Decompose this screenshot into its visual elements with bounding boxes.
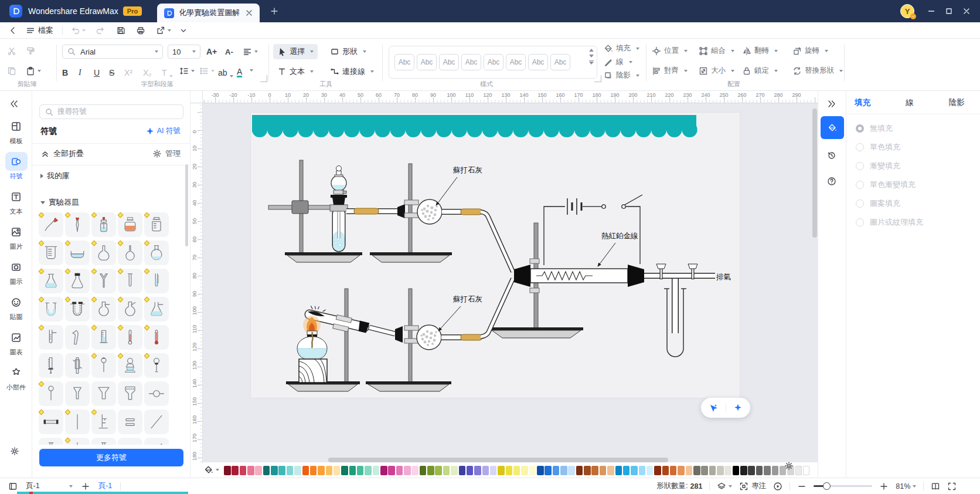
color-swatch[interactable] bbox=[420, 466, 427, 475]
symbol-dropper-rod[interactable] bbox=[91, 353, 116, 378]
symbol-pipette-bulb[interactable] bbox=[144, 353, 169, 378]
symbol-eyedropper-vertical[interactable] bbox=[65, 212, 90, 237]
color-swatch[interactable] bbox=[373, 466, 380, 475]
soda-lime-bulb-1[interactable] bbox=[417, 199, 442, 224]
color-swatch[interactable] bbox=[411, 466, 418, 475]
color-swatch[interactable] bbox=[795, 466, 802, 475]
symbol-volumetric-flask[interactable] bbox=[91, 241, 116, 265]
size-button[interactable]: 大小 bbox=[699, 66, 734, 76]
symbol-buchner-funnel[interactable] bbox=[118, 381, 142, 406]
symbol-flask-side-arm[interactable] bbox=[91, 297, 116, 322]
gallery-down-button[interactable] bbox=[589, 55, 594, 57]
color-swatch[interactable] bbox=[670, 466, 677, 475]
color-swatch[interactable] bbox=[310, 466, 317, 475]
color-swatch[interactable] bbox=[435, 466, 442, 475]
fill-option-圖片或紋理填充[interactable]: 圖片或紋理填充 bbox=[856, 217, 923, 228]
color-swatch[interactable] bbox=[560, 466, 567, 475]
save-button[interactable] bbox=[116, 24, 125, 37]
fill-panel-button[interactable] bbox=[821, 116, 844, 139]
copy-button[interactable] bbox=[7, 65, 16, 77]
soda-lime-bulb-2[interactable] bbox=[417, 325, 441, 350]
symbol-round-flask-liquid[interactable] bbox=[144, 241, 169, 265]
color-swatch[interactable] bbox=[654, 466, 661, 475]
lab-glassware-section[interactable]: 實驗器皿 bbox=[40, 197, 79, 208]
symbol-condenser[interactable] bbox=[65, 353, 90, 378]
leader-line[interactable] bbox=[436, 177, 457, 205]
color-swatch[interactable] bbox=[380, 466, 387, 475]
paste-button[interactable] bbox=[26, 65, 41, 77]
new-tab-button[interactable] bbox=[268, 5, 281, 18]
help-panel-button[interactable] bbox=[827, 177, 836, 188]
color-swatch[interactable] bbox=[568, 466, 575, 475]
color-swatch[interactable] bbox=[404, 466, 411, 475]
symbol-evaporating-dish[interactable] bbox=[65, 241, 90, 265]
style-sample-4[interactable]: Abc bbox=[461, 54, 481, 70]
symbol-porcelain-plates[interactable] bbox=[118, 438, 142, 445]
combustion-tube[interactable] bbox=[514, 265, 644, 287]
canvas-settings-button[interactable] bbox=[784, 461, 794, 472]
symbol-thermometer[interactable] bbox=[118, 325, 142, 350]
color-swatch[interactable] bbox=[357, 466, 364, 475]
color-swatch[interactable] bbox=[498, 466, 505, 475]
symbol-u-tube-liquid[interactable] bbox=[39, 297, 63, 322]
replace-shape-button[interactable]: 替換形狀 bbox=[792, 66, 843, 76]
symbol-combustion-tube[interactable] bbox=[39, 410, 63, 434]
color-swatch[interactable] bbox=[717, 466, 724, 475]
color-swatch[interactable] bbox=[467, 466, 474, 475]
clamp-jaw[interactable] bbox=[530, 259, 539, 263]
color-swatch[interactable] bbox=[247, 466, 254, 475]
list-button[interactable] bbox=[199, 65, 215, 77]
color-swatch[interactable] bbox=[224, 466, 231, 475]
fill-button[interactable]: 填充 bbox=[604, 43, 639, 53]
connector-tool[interactable]: 連接線 bbox=[326, 64, 378, 79]
zoom-slider[interactable] bbox=[814, 485, 872, 487]
color-swatch[interactable] bbox=[302, 466, 309, 475]
wood-block[interactable] bbox=[299, 359, 327, 383]
battery-circuit[interactable] bbox=[544, 195, 642, 265]
fill-option-漸變填充[interactable]: 漸變填充 bbox=[856, 161, 900, 171]
manage-button[interactable]: 管理 bbox=[152, 148, 181, 159]
group-button[interactable]: 組合 bbox=[699, 46, 734, 56]
zoom-slider-knob[interactable] bbox=[823, 482, 831, 490]
minimize-button[interactable] bbox=[923, 2, 940, 20]
panel-scrollbar[interactable] bbox=[185, 164, 188, 246]
redo-button[interactable] bbox=[96, 24, 106, 37]
color-swatch[interactable] bbox=[287, 466, 294, 475]
color-swatch[interactable] bbox=[396, 466, 403, 475]
color-swatch[interactable] bbox=[349, 466, 356, 475]
expand-panel-button[interactable] bbox=[827, 99, 836, 110]
add-page-button[interactable] bbox=[81, 482, 90, 491]
increase-font-button[interactable]: A+ bbox=[206, 45, 217, 58]
collapse-all-button[interactable]: 全部折疊 bbox=[40, 148, 84, 159]
color-swatch[interactable] bbox=[459, 466, 466, 475]
font-family-select[interactable]: Arial bbox=[62, 45, 163, 59]
lock-button[interactable]: 鎖定 bbox=[742, 66, 778, 76]
ai-symbols-button[interactable]: AI 符號 bbox=[145, 126, 181, 136]
color-swatch[interactable] bbox=[271, 466, 278, 475]
fit-to-screen-icon[interactable] bbox=[947, 482, 957, 491]
color-swatch[interactable] bbox=[686, 466, 693, 475]
color-swatch[interactable] bbox=[365, 466, 372, 475]
color-swatch[interactable] bbox=[474, 466, 481, 475]
superscript-button[interactable]: X² bbox=[124, 63, 132, 77]
color-swatch[interactable] bbox=[600, 466, 607, 475]
zoom-level[interactable]: 81% bbox=[896, 482, 916, 490]
text-tool[interactable]: 文本 bbox=[273, 64, 318, 79]
fill-option-單色漸變填充[interactable]: 單色漸變填充 bbox=[856, 180, 916, 190]
color-swatch[interactable] bbox=[482, 466, 489, 475]
symbol-bulb-tube-horizontal[interactable] bbox=[144, 381, 169, 406]
select-tool[interactable]: 選擇 bbox=[273, 44, 318, 59]
canvas[interactable]: 蘇打石灰 熱紅鉑金線 蘇打石灰 排氣 bbox=[203, 103, 818, 462]
page-dropdown[interactable]: 頁-1 bbox=[26, 481, 73, 491]
symbol-glass-rod[interactable] bbox=[65, 410, 90, 434]
ai-select-wand-icon[interactable] bbox=[709, 403, 718, 412]
color-swatch[interactable] bbox=[334, 466, 341, 475]
color-swatch[interactable] bbox=[427, 466, 434, 475]
symbol-erlenmeyer-stoppered[interactable] bbox=[65, 269, 90, 293]
color-swatch[interactable] bbox=[278, 466, 285, 475]
italic-button[interactable]: I bbox=[79, 63, 81, 77]
my-library-section[interactable]: 我的庫 bbox=[40, 171, 70, 181]
symbol-graduated-cylinder[interactable] bbox=[91, 325, 116, 350]
symbol-glass-rod-diagonal[interactable] bbox=[144, 438, 169, 445]
strikethrough-button[interactable]: S bbox=[109, 63, 114, 77]
